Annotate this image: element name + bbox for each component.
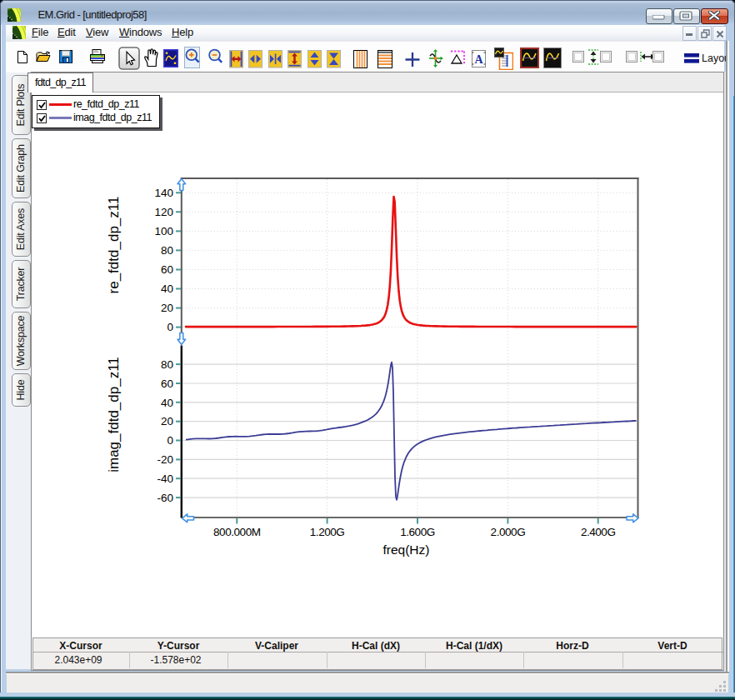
svg-text:A: A bbox=[474, 52, 483, 65]
